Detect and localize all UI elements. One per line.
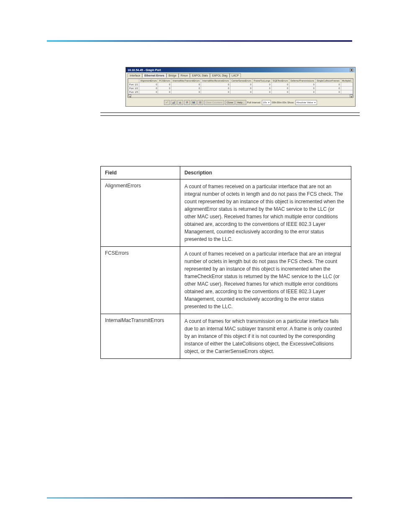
clear-counters-button[interactable]: Clear Counters: [204, 100, 224, 105]
tab-rmon[interactable]: Rmon: [179, 73, 190, 77]
cell-value: 0: [271, 87, 289, 90]
elapsed-time: 00h:00m:00s: [272, 101, 286, 104]
show-label: Show:: [287, 101, 294, 104]
close-icon[interactable]: X: [350, 68, 353, 72]
svg-rect-2: [181, 103, 181, 104]
col-alignment: AlignmentErrors: [139, 79, 158, 83]
bar-chart-icon[interactable]: [177, 100, 183, 105]
cell-value: 0: [315, 90, 341, 94]
tab-lacp[interactable]: LACP: [230, 73, 241, 77]
table-row[interactable]: Port: 1/2 0 0 0 0 0 0 0 0 0: [128, 87, 353, 90]
col-cse: CarrierSenseErrors: [230, 79, 252, 83]
line-chart-icon[interactable]: [164, 100, 170, 105]
svg-rect-1: [180, 102, 180, 103]
col-imr: InternalMacReceiveErrors: [201, 79, 230, 83]
show-select[interactable]: Absolute Value ▼: [295, 100, 317, 105]
field-name: FCSErrors: [101, 247, 180, 314]
cell-value: [341, 87, 353, 90]
table-row: FCSErrors A count of frames received on …: [101, 247, 351, 314]
cell-value: 0: [253, 83, 272, 87]
row-label: Port: 1/5: [128, 90, 139, 94]
svg-rect-0: [179, 102, 179, 103]
description-text: A count of frames for which transmission…: [184, 317, 347, 355]
field-description: A count of frames received on a particul…: [180, 179, 351, 247]
col-sqe: SQETestErrors: [271, 79, 289, 83]
stats-table: AlignmentErrors FCSErrors InternalMacTra…: [128, 79, 353, 94]
col-ftl: FrameTooLongs: [253, 79, 272, 83]
bottom-toolbar: Clear Counters Close Help... Poll Interv…: [126, 99, 355, 106]
scroll-right-icon[interactable]: ▸: [350, 95, 353, 98]
cell-value: 0: [201, 83, 230, 87]
cell-value: [341, 90, 353, 94]
header-description: Description: [180, 166, 351, 179]
col-imt: InternalMacTransmitErrors: [171, 79, 201, 83]
col-blank: [128, 79, 139, 83]
cell-value: 0: [201, 90, 230, 94]
cell-value: 0: [230, 83, 252, 87]
col-scf: SingleCollisionFrames: [315, 79, 341, 83]
window-title: 10.10.54.45 - Graph Port: [128, 69, 161, 72]
description-text: A count of frames received on a particul…: [184, 250, 347, 310]
field-name: InternalMacTransmitErrors: [101, 314, 180, 359]
page-top-accent: [47, 40, 352, 42]
cell-value: 0: [139, 90, 158, 94]
table-row[interactable]: Port: 1/1 0 0 0 0 0 0 0 0 0: [128, 83, 353, 87]
horizontal-scrollbar[interactable]: ◂ ▸: [128, 94, 353, 97]
col-fcs: FCSErrors: [158, 79, 171, 83]
tab-eapol-diag[interactable]: EAPOL Diag: [210, 73, 230, 77]
field-description: A count of frames received on a particul…: [180, 247, 351, 314]
stats-grid: AlignmentErrors FCSErrors InternalMacTra…: [128, 78, 353, 98]
titlebar: 10.10.54.45 - Graph Port X: [126, 67, 355, 72]
field-description-table: Field Description AlignmentErrors A coun…: [100, 166, 351, 359]
cell-value: 0: [139, 83, 158, 87]
tab-strip: Interface Ethernet Errors Bridge Rmon EA…: [126, 72, 355, 77]
chevron-down-icon: ▼: [314, 101, 316, 104]
scroll-left-icon[interactable]: ◂: [128, 95, 131, 98]
page-bottom-accent: [47, 497, 352, 499]
tab-eapol-stats[interactable]: EAPOL Stats: [190, 73, 210, 77]
poll-interval-value: 10s: [263, 101, 267, 104]
table-header-row: AlignmentErrors FCSErrors InternalMacTra…: [128, 79, 353, 83]
col-def: DeferredTransmissions: [289, 79, 316, 83]
cell-value: 0: [289, 90, 316, 94]
cell-value: 0: [139, 87, 158, 90]
description-text: A count of frames received on a particul…: [184, 183, 347, 243]
figure-caption-rule-top: [100, 113, 360, 113]
cell-value: 0: [171, 83, 201, 87]
svg-rect-9: [200, 103, 201, 104]
cell-value: 0: [271, 83, 289, 87]
print-icon[interactable]: [197, 100, 203, 105]
svg-rect-6: [193, 103, 194, 104]
poll-interval-select[interactable]: 10s ▼: [262, 100, 271, 105]
close-button[interactable]: Close: [225, 100, 235, 105]
cell-value: 0: [253, 90, 272, 94]
tab-ethernet-errors[interactable]: Ethernet Errors: [142, 73, 166, 77]
tab-bridge[interactable]: Bridge: [166, 73, 179, 77]
field-name: AlignmentErrors: [101, 179, 180, 247]
cell-value: 0: [315, 83, 341, 87]
save-icon[interactable]: [191, 100, 197, 105]
cell-value: 0: [315, 87, 341, 90]
pie-chart-icon[interactable]: [184, 100, 190, 105]
help-button[interactable]: Help...: [235, 100, 246, 105]
poll-interval-label: Poll Interval:: [247, 101, 261, 104]
cell-value: 0: [158, 83, 171, 87]
header-field: Field: [101, 166, 180, 179]
cell-value: 0: [230, 90, 252, 94]
graph-port-window: 10.10.54.45 - Graph Port X Interface Eth…: [125, 67, 356, 107]
field-description: A count of frames for which transmission…: [180, 314, 351, 359]
row-label: Port: 1/2: [128, 87, 139, 90]
cell-value: 0: [158, 87, 171, 90]
cell-value: 0: [201, 87, 230, 90]
show-value: Absolute Value: [297, 101, 313, 104]
area-chart-icon[interactable]: [171, 100, 176, 105]
cell-value: 0: [289, 87, 316, 90]
cell-value: 0: [253, 87, 272, 90]
cell-value: 0: [230, 87, 252, 90]
svg-rect-5: [193, 102, 194, 102]
cell-value: 0: [171, 90, 201, 94]
cell-value: 0: [158, 90, 171, 94]
table-row[interactable]: Port: 1/5 0 0 0 0 0 0 0 0 0: [128, 90, 353, 94]
svg-rect-8: [200, 102, 201, 102]
tab-interface[interactable]: Interface: [128, 73, 142, 77]
